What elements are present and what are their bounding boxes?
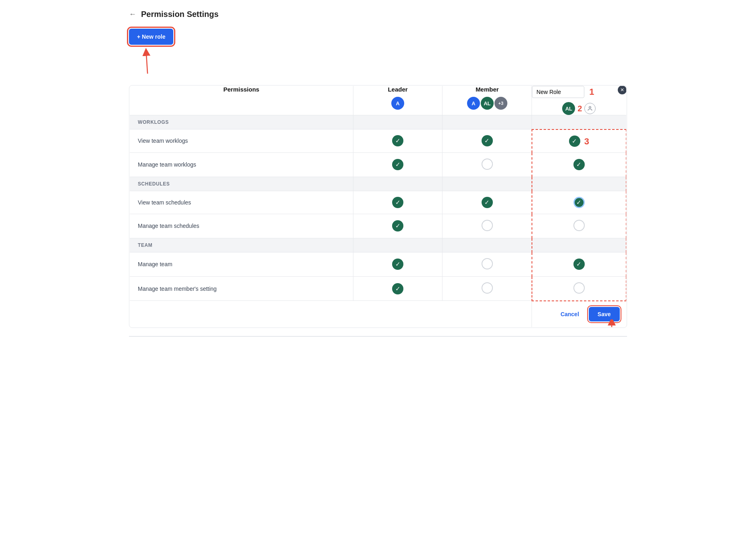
- section-newrole-worklogs: [532, 115, 626, 129]
- empty-check-icon[interactable]: [482, 159, 493, 170]
- check-icon[interactable]: ✓: [573, 159, 585, 170]
- add-person-button[interactable]: [584, 103, 596, 114]
- section-newrole-schedules: [532, 177, 626, 191]
- perm-label-view-schedules: View team schedules: [130, 191, 353, 214]
- permissions-label: Permissions: [130, 86, 353, 93]
- leader-label: Leader: [353, 86, 442, 93]
- save-arrow-annotation: [598, 319, 618, 327]
- perm-label-manage-team: Manage team: [130, 252, 353, 276]
- check-icon[interactable]: ✓: [573, 259, 585, 270]
- perm-label-manage-worklogs: Manage team worklogs: [130, 152, 353, 177]
- new-role-avatar-al: AL: [562, 102, 575, 115]
- new-role-input-wrapper: 1: [532, 86, 626, 98]
- empty-check-icon[interactable]: [573, 220, 585, 231]
- section-member-team: [442, 238, 532, 252]
- bottom-divider: [129, 336, 627, 337]
- newrole-manage-worklogs: ✓: [532, 152, 626, 177]
- footer-actions: Cancel Save: [538, 307, 619, 321]
- section-leader-worklogs: [353, 115, 442, 129]
- new-role-avatars: AL 2: [532, 102, 626, 115]
- table-row-manage-worklogs: Manage team worklogs ✓ ✓: [130, 152, 627, 177]
- check-icon[interactable]: ✓: [392, 197, 403, 208]
- empty-check-icon[interactable]: [482, 282, 493, 294]
- step2-annotation: 2: [577, 104, 582, 113]
- active-check-icon[interactable]: ✓: [573, 197, 585, 208]
- member-avatar-al: AL: [481, 97, 494, 110]
- member-manage-worklogs: [442, 152, 532, 177]
- empty-check-icon[interactable]: [482, 258, 493, 269]
- close-new-role-button[interactable]: ✕: [618, 86, 627, 94]
- page-header: ← Permission Settings: [129, 10, 627, 19]
- check-icon[interactable]: ✓: [392, 259, 403, 270]
- table-header-row: Permissions Leader A Member A: [130, 86, 627, 115]
- section-label-worklogs: WORKLOGS: [130, 115, 353, 129]
- member-avatar-plus: +3: [494, 97, 507, 110]
- leader-manage-member-setting: ✓: [353, 276, 442, 301]
- check-icon[interactable]: ✓: [569, 136, 580, 147]
- section-newrole-team: [532, 238, 626, 252]
- leader-view-schedules: ✓: [353, 191, 442, 214]
- section-leader-schedules: [353, 177, 442, 191]
- section-schedules: SCHEDULES: [130, 177, 627, 191]
- perm-label-view-worklogs: View team worklogs: [130, 129, 353, 153]
- table-row-manage-team: Manage team ✓ ✓: [130, 252, 627, 276]
- member-view-schedules: ✓: [442, 191, 532, 214]
- member-label: Member: [442, 86, 532, 93]
- check-icon[interactable]: ✓: [392, 220, 403, 232]
- table-row-view-schedules: View team schedules ✓ ✓ ✓: [130, 191, 627, 214]
- leader-avatar-a: A: [391, 97, 404, 110]
- newrole-manage-schedules: [532, 214, 626, 238]
- cancel-button[interactable]: Cancel: [556, 308, 584, 321]
- perm-label-manage-member-setting: Manage team member's setting: [130, 276, 353, 301]
- back-arrow-icon[interactable]: ←: [129, 10, 136, 19]
- check-icon[interactable]: ✓: [482, 197, 493, 208]
- section-member-worklogs: [442, 115, 532, 129]
- table-row-manage-member-setting: Manage team member's setting ✓: [130, 276, 627, 301]
- footer-empty: [130, 301, 532, 327]
- member-column-header: Member A AL +3: [442, 86, 532, 115]
- member-view-worklogs: ✓: [442, 129, 532, 153]
- new-role-btn-wrapper: + New role: [129, 29, 173, 53]
- perm-label-manage-schedules: Manage team schedules: [130, 214, 353, 238]
- check-icon[interactable]: ✓: [392, 283, 403, 294]
- section-leader-team: [353, 238, 442, 252]
- leader-avatars: A: [353, 97, 442, 110]
- newrole-manage-team: ✓: [532, 252, 626, 276]
- section-team: TEAM: [130, 238, 627, 252]
- member-avatars: A AL +3: [442, 97, 532, 110]
- newrole-manage-member-setting: [532, 276, 626, 301]
- member-manage-member-setting: [442, 276, 532, 301]
- section-member-schedules: [442, 177, 532, 191]
- step1-annotation: 1: [589, 87, 594, 97]
- leader-manage-team: ✓: [353, 252, 442, 276]
- table-row-view-worklogs: View team worklogs ✓ ✓ ✓ 3: [130, 129, 627, 153]
- new-role-button[interactable]: + New role: [129, 29, 173, 45]
- step3-annotation: 3: [584, 136, 589, 146]
- permissions-column-header: Permissions: [130, 86, 353, 115]
- newrole-view-schedules: ✓: [532, 191, 626, 214]
- check-icon[interactable]: ✓: [482, 135, 493, 146]
- table-row-manage-schedules: Manage team schedules ✓: [130, 214, 627, 238]
- empty-check-icon[interactable]: [573, 282, 585, 294]
- new-role-name-input[interactable]: [532, 86, 584, 98]
- member-manage-team: [442, 252, 532, 276]
- member-avatar-a: A: [467, 97, 480, 110]
- save-btn-wrapper: Save: [589, 307, 620, 321]
- leader-view-worklogs: ✓: [353, 129, 442, 153]
- leader-manage-schedules: ✓: [353, 214, 442, 238]
- section-label-schedules: SCHEDULES: [130, 177, 353, 191]
- permissions-table: Permissions Leader A Member A: [129, 86, 627, 327]
- table-footer-row: Cancel Save: [130, 301, 627, 327]
- member-manage-schedules: [442, 214, 532, 238]
- svg-point-1: [589, 106, 591, 108]
- check-icon[interactable]: ✓: [392, 159, 403, 170]
- leader-manage-worklogs: ✓: [353, 152, 442, 177]
- permissions-table-container: Permissions Leader A Member A: [129, 85, 627, 328]
- section-label-team: TEAM: [130, 238, 353, 252]
- leader-column-header: Leader A: [353, 86, 442, 115]
- empty-check-icon[interactable]: [482, 220, 493, 231]
- arrow-annotation: [133, 46, 166, 79]
- check-icon[interactable]: ✓: [392, 135, 403, 146]
- svg-line-0: [137, 52, 156, 74]
- section-worklogs: WORKLOGS: [130, 115, 627, 129]
